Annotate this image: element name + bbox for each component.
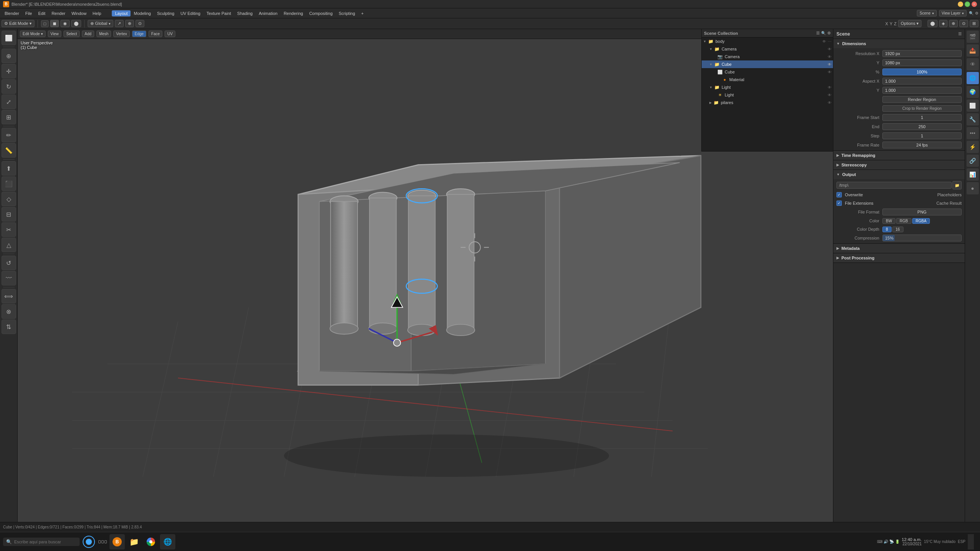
aspect-y-value[interactable]: 1.000 [882, 87, 962, 94]
color-rgba-btn[interactable]: RGBA [912, 218, 930, 224]
taskbar-search[interactable]: 🔍 [3, 538, 80, 546]
workspace-texture-paint[interactable]: Texture Paint [203, 10, 234, 16]
color-depth-8-btn[interactable]: 8 [882, 227, 892, 232]
overlay-toggle[interactable]: ⬤ [928, 20, 938, 27]
vp-edge[interactable]: Edge [132, 31, 146, 37]
prop-tab-physics[interactable]: ⚡ [967, 141, 979, 153]
menu-help[interactable]: Help [90, 10, 105, 16]
menu-window[interactable]: Window [69, 10, 90, 16]
workspace-sculpting[interactable]: Sculpting [154, 10, 177, 16]
tool-scale[interactable]: ⤢ [2, 95, 16, 109]
resolution-y-value[interactable]: 1080 px [882, 59, 962, 66]
tool-edge-slide[interactable]: ⟺ [2, 289, 16, 303]
prop-tab-data[interactable]: 📊 [967, 168, 979, 181]
vp-shading-material[interactable]: ◉ [60, 20, 70, 27]
tree-item-body[interactable]: ▼ 📁 body 👁 ⋯ [702, 37, 833, 45]
tool-inset[interactable]: ⬛ [2, 176, 16, 191]
workspace-rendering[interactable]: Rendering [281, 10, 306, 16]
prop-tab-material[interactable]: ● [967, 182, 979, 194]
resolution-pct-value[interactable]: 100% [882, 68, 962, 75]
prop-tab-render[interactable]: 🎬 [967, 31, 979, 43]
vp-shading-wire[interactable]: □ [41, 20, 49, 27]
mirror-btn[interactable]: ⊞ [970, 20, 978, 27]
vp-face[interactable]: Face [149, 31, 162, 37]
scene-selector[interactable]: Scene [917, 10, 936, 16]
task-view-btn[interactable] [96, 536, 109, 548]
view-layer-selector[interactable]: View Layer [939, 10, 967, 16]
workspace-scripting[interactable]: Scripting [336, 10, 358, 16]
snap-toggle[interactable]: ⊕ [125, 20, 134, 27]
tool-annotate[interactable]: ✏ [2, 128, 16, 142]
menu-blender[interactable]: Blender [2, 10, 22, 16]
post-processing-header[interactable]: ▶ Post Processing [833, 253, 965, 262]
prop-tab-output[interactable]: 📤 [967, 44, 979, 57]
transform-pivot[interactable]: ⊕ Global [88, 20, 113, 27]
taskbar-extra1[interactable]: 🌐 [160, 534, 175, 549]
taskbar-blender[interactable]: B [109, 534, 125, 549]
mode-selector[interactable]: ⚙ Edit Mode ▾ [2, 20, 34, 27]
tool-knife[interactable]: ✂ [2, 222, 16, 237]
snap-btn[interactable]: ⊕ [949, 20, 958, 27]
show-desktop-btn[interactable] [968, 534, 974, 549]
prop-tab-particles[interactable]: ••• [967, 127, 979, 139]
workspace-modeling[interactable]: Modeling [131, 10, 154, 16]
tool-loop-cut[interactable]: ⊟ [2, 207, 16, 222]
prop-tab-constraints[interactable]: 🔗 [967, 155, 979, 167]
tree-item-camera-object[interactable]: 📷 Camera 👁 [702, 53, 833, 60]
tool-select-box[interactable]: ⬜ [2, 31, 16, 45]
options-btn[interactable]: Options ▾ [898, 20, 921, 27]
tree-item-material[interactable]: ● Material [702, 76, 833, 83]
close-button[interactable]: ✕ [972, 2, 977, 7]
dimensions-header[interactable]: ▼ Dimensions [833, 39, 965, 48]
prop-tab-world[interactable]: 🌍 [967, 86, 979, 98]
tool-poly-build[interactable]: △ [2, 238, 16, 252]
time-remapping-header[interactable]: ▶ Time Remapping [833, 151, 965, 160]
proportional-edit[interactable]: ⊙ [136, 20, 144, 27]
file-format-value[interactable]: PNG [882, 209, 962, 215]
workspace-animation[interactable]: Animation [256, 10, 281, 16]
overwrite-checkbox[interactable]: ✓ [836, 192, 842, 197]
prop-tab-object[interactable]: ⬜ [967, 99, 979, 112]
tool-rotate[interactable]: ↻ [2, 79, 16, 94]
vp-shading-render[interactable]: ⬤ [71, 20, 81, 27]
tool-cursor[interactable]: ⊕ [2, 49, 16, 63]
aspect-x-value[interactable]: 1.000 [882, 78, 962, 85]
tool-spin[interactable]: ↺ [2, 256, 16, 270]
output-header[interactable]: ▼ Output [833, 170, 965, 179]
output-path-browse[interactable]: 📁 [952, 181, 962, 189]
tool-shrink-fatten[interactable]: ⊗ [2, 304, 16, 319]
prop-tab-scene[interactable]: 🌐 [967, 72, 979, 84]
tool-bevel[interactable]: ◇ [2, 192, 16, 206]
taskbar-file-explorer[interactable]: 📁 [126, 534, 142, 549]
vp-uv[interactable]: UV [165, 31, 175, 37]
render-region-btn[interactable]: Render Region [882, 96, 962, 103]
file-ext-checkbox[interactable]: ✓ [836, 201, 842, 206]
vp-add[interactable]: Add [82, 31, 94, 37]
tree-item-cube-object[interactable]: ⬜ Cube 👁 [702, 68, 833, 76]
prop-tab-view-layer[interactable]: 👁 [967, 58, 979, 70]
stereoscopy-header[interactable]: ▶ Stereoscopy [833, 160, 965, 170]
workspace-add[interactable]: + [358, 10, 367, 16]
vp-mode[interactable]: Edit Mode ▾ [20, 31, 46, 37]
vp-select[interactable]: Select [64, 31, 80, 37]
prop-tab-modifier[interactable]: 🔧 [967, 113, 979, 126]
menu-render[interactable]: Render [49, 10, 69, 16]
vp-vertex[interactable]: Vertex [113, 31, 129, 37]
tool-smooth[interactable]: 〰 [2, 271, 16, 285]
tree-item-light-object[interactable]: ☀ Light 👁 [702, 91, 833, 99]
metadata-header[interactable]: ▶ Metadata [833, 244, 965, 253]
tool-push-pull[interactable]: ⇅ [2, 320, 16, 334]
output-path-field[interactable]: /tmp\ [836, 182, 952, 189]
taskbar-chrome[interactable] [143, 534, 158, 549]
tree-item-camera-collection[interactable]: ▼ 📁 Camera 👁 [702, 45, 833, 53]
frame-end-value[interactable]: 250 [882, 123, 962, 130]
workspace-compositing[interactable]: Compositing [306, 10, 336, 16]
tool-measure[interactable]: 📏 [2, 143, 16, 158]
vp-mesh[interactable]: Mesh [96, 31, 111, 37]
workspace-layout[interactable]: Layout [112, 10, 131, 16]
crop-render-btn[interactable]: Crop to Render Region [882, 105, 962, 112]
workspace-shading[interactable]: Shading [234, 10, 256, 16]
menu-edit[interactable]: Edit [35, 10, 49, 16]
tree-item-light-collection[interactable]: ▼ 📁 Light 👁 [702, 83, 833, 91]
tree-item-cube-collection[interactable]: ▼ 📁 Cube 👁 [702, 60, 833, 68]
